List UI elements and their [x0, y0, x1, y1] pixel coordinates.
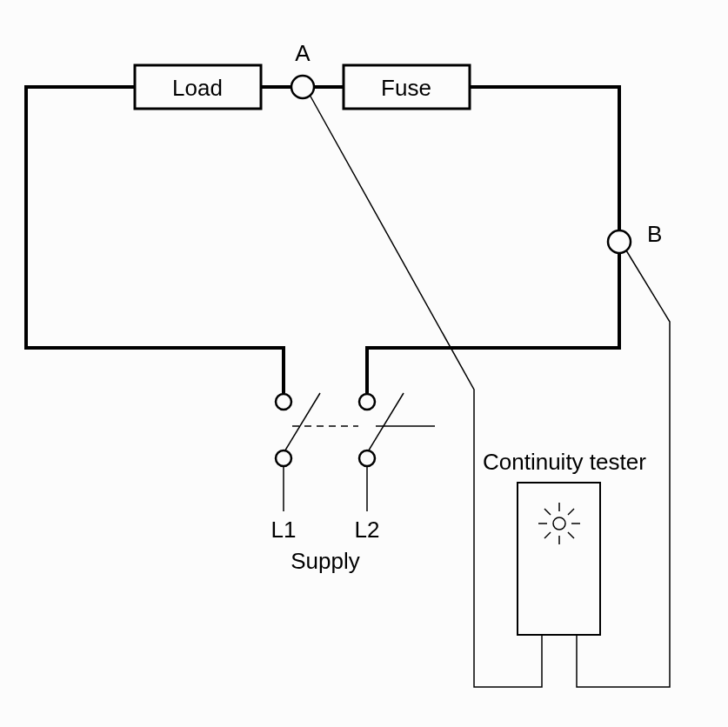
fuse-label: Fuse	[381, 75, 431, 101]
terminal-b	[608, 230, 631, 253]
tester-label: Continuity tester	[483, 449, 646, 475]
probe-lead-a	[310, 95, 542, 687]
load-label: Load	[172, 75, 223, 101]
switch-l2-bot	[359, 450, 375, 466]
terminal-b-label: B	[647, 221, 662, 247]
switch-l1-top	[276, 394, 291, 410]
circuit-diagram: Load Fuse A B L1 L2 Supply Cont	[0, 0, 728, 727]
switch-l2-top	[359, 394, 375, 410]
terminal-a	[291, 76, 314, 98]
supply-l2-label: L2	[355, 517, 380, 543]
terminal-a-label: A	[295, 40, 311, 66]
switch-l1-bot	[276, 450, 291, 466]
supply-label: Supply	[291, 548, 360, 574]
supply-l1-label: L1	[271, 517, 297, 543]
